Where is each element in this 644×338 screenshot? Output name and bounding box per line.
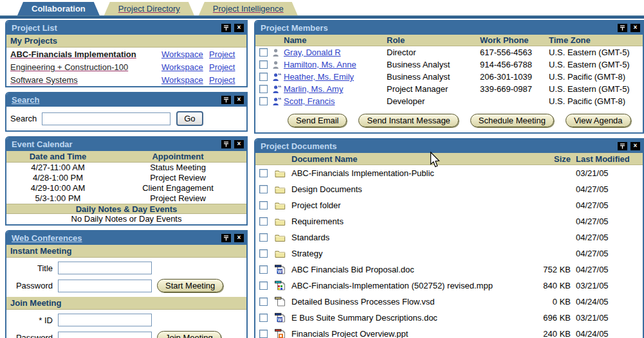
- tab-label: Project Intelligence: [213, 4, 284, 13]
- member-checkbox[interactable]: [259, 97, 268, 105]
- document-row: W E Bus Suite Summary Descriptions.doc 6…: [255, 310, 643, 326]
- document-name[interactable]: Design Documents: [291, 184, 524, 194]
- member-name-link[interactable]: Scott, Francis: [284, 96, 387, 106]
- workspace-link[interactable]: Workspace: [161, 75, 209, 85]
- pagetop-icon[interactable]: [221, 234, 231, 242]
- col-date-time: Date and Time: [6, 152, 109, 161]
- join-meeting-header: Join Meeting: [6, 297, 246, 310]
- document-checkbox[interactable]: [259, 314, 268, 322]
- project-link[interactable]: Project: [209, 75, 243, 85]
- pagetop-icon[interactable]: [221, 140, 231, 148]
- event-datetime: 4/28-1:00 PM: [6, 173, 109, 183]
- tab-project-directory[interactable]: Project Directory: [104, 2, 194, 15]
- member-name-link[interactable]: Heather, Ms. Emily: [284, 72, 387, 82]
- document-checkbox[interactable]: [259, 233, 268, 242]
- project-link[interactable]: Project: [209, 62, 243, 72]
- join-id-input[interactable]: [58, 314, 152, 326]
- document-name[interactable]: Project folder: [291, 200, 524, 210]
- member-timezone: U.S. Eastern (GMT-5): [549, 48, 643, 57]
- close-icon[interactable]: ×: [234, 234, 244, 242]
- view-agenda-button[interactable]: View Agenda: [566, 114, 631, 127]
- pagetop-icon[interactable]: [221, 96, 231, 104]
- project-row: ABC-Financials Implementation Workspace …: [6, 48, 246, 60]
- document-checkbox[interactable]: [259, 185, 268, 193]
- tab-project-intelligence[interactable]: Project Intelligence: [199, 2, 298, 15]
- join-meeting-button[interactable]: Join Meeting: [157, 331, 221, 338]
- person-status-icon: [272, 97, 284, 106]
- member-checkbox[interactable]: [259, 85, 268, 93]
- document-size: 0 KB: [524, 297, 571, 307]
- event-datetime: 4/29-10:00 AM: [6, 183, 109, 193]
- document-modified: 03/21/05: [571, 281, 643, 290]
- member-role: Director: [387, 48, 480, 57]
- document-name[interactable]: ABC Financials Bid Proposal.doc: [291, 265, 524, 274]
- event-datetime: 4/27-11:00 AM: [6, 163, 109, 173]
- tab-collaboration[interactable]: Collaboration: [17, 2, 100, 15]
- member-name-link[interactable]: Hamilton, Ms. Anne: [284, 60, 387, 69]
- event-appointment: Project Review: [109, 173, 246, 183]
- document-row: Strategy 04/27/05: [255, 245, 643, 262]
- send-email-button[interactable]: Send Email: [288, 114, 347, 127]
- document-name[interactable]: Strategy: [291, 249, 524, 258]
- member-name-link[interactable]: Gray, Donald R: [284, 48, 387, 57]
- event-appointment: Project Review: [109, 193, 246, 204]
- document-name[interactable]: Detailed Business Processes Flow.vsd: [291, 297, 524, 307]
- workspace-link[interactable]: Workspace: [161, 62, 209, 72]
- member-checkbox[interactable]: [259, 73, 268, 81]
- send-instant-message-button[interactable]: Send Instant Message: [358, 114, 458, 127]
- project-name-link[interactable]: Engineering + Construction-100: [10, 62, 161, 72]
- close-icon[interactable]: ×: [630, 24, 640, 32]
- schedule-meeting-button[interactable]: Schedule Meeting: [470, 114, 554, 127]
- pagetop-icon[interactable]: [618, 142, 627, 150]
- document-name[interactable]: ABC-Financials Implementation-Public: [291, 168, 524, 178]
- go-button[interactable]: Go: [176, 111, 203, 126]
- meeting-password-input[interactable]: [58, 280, 152, 292]
- start-meeting-button[interactable]: Start Meeting: [157, 279, 223, 292]
- project-name-link[interactable]: Software Systems: [10, 75, 161, 85]
- close-icon[interactable]: ×: [234, 24, 244, 32]
- document-modified: 04/24/05: [571, 297, 643, 307]
- document-checkbox[interactable]: [259, 217, 268, 226]
- meeting-title-input[interactable]: [58, 262, 152, 274]
- document-name[interactable]: Standards: [291, 233, 524, 242]
- pagetop-icon[interactable]: [618, 24, 627, 32]
- workspace-link[interactable]: Workspace: [161, 49, 209, 59]
- document-row: Financials Project Overview.ppt 240 KB 0…: [255, 326, 643, 338]
- project-link[interactable]: Project: [209, 49, 243, 59]
- password-label: Password: [6, 281, 58, 290]
- panel-title-link[interactable]: Search: [12, 95, 218, 105]
- member-checkbox[interactable]: [259, 48, 268, 57]
- pagetop-icon[interactable]: [221, 24, 231, 32]
- document-name[interactable]: E Bus Suite Summary Descriptions.doc: [291, 313, 524, 323]
- close-icon[interactable]: ×: [234, 96, 244, 104]
- document-name[interactable]: Requirements: [291, 217, 524, 226]
- close-icon[interactable]: ×: [234, 140, 244, 148]
- document-checkbox[interactable]: [259, 265, 268, 274]
- member-name-link[interactable]: Marlin, Ms. Amy: [284, 84, 387, 94]
- project-name-link[interactable]: ABC-Financials Implementation: [10, 49, 161, 59]
- search-input[interactable]: [42, 112, 170, 125]
- document-row: Requirements 04/27/05: [255, 213, 643, 229]
- close-icon[interactable]: ×: [630, 142, 640, 150]
- document-checkbox[interactable]: [259, 298, 268, 306]
- col-last-modified: Last Modified: [571, 154, 643, 164]
- panel-title-link[interactable]: Web Conferences: [12, 233, 218, 243]
- document-name[interactable]: Financials Project Overview.ppt: [291, 329, 524, 338]
- member-checkbox[interactable]: [259, 60, 268, 69]
- join-password-input[interactable]: [58, 332, 152, 338]
- document-modified: 03/21/05: [571, 168, 643, 178]
- panel-title: Project Documents: [261, 141, 614, 151]
- event-row: 4/29-10:00 AM Client Engagement: [6, 183, 246, 193]
- document-checkbox[interactable]: [259, 201, 268, 209]
- svg-text:W: W: [277, 269, 282, 273]
- document-modified: 04/27/05: [571, 200, 643, 210]
- header-rule: [0, 15, 644, 19]
- folder-icon: [275, 185, 291, 194]
- member-role: Business Analyst: [387, 60, 480, 69]
- document-checkbox[interactable]: [259, 281, 268, 290]
- document-checkbox[interactable]: [259, 249, 268, 258]
- folder-icon: [275, 169, 291, 178]
- document-name[interactable]: ABC-Financials-Implementation (502752) r…: [291, 281, 524, 290]
- document-checkbox[interactable]: [259, 330, 268, 338]
- document-checkbox[interactable]: [259, 169, 268, 177]
